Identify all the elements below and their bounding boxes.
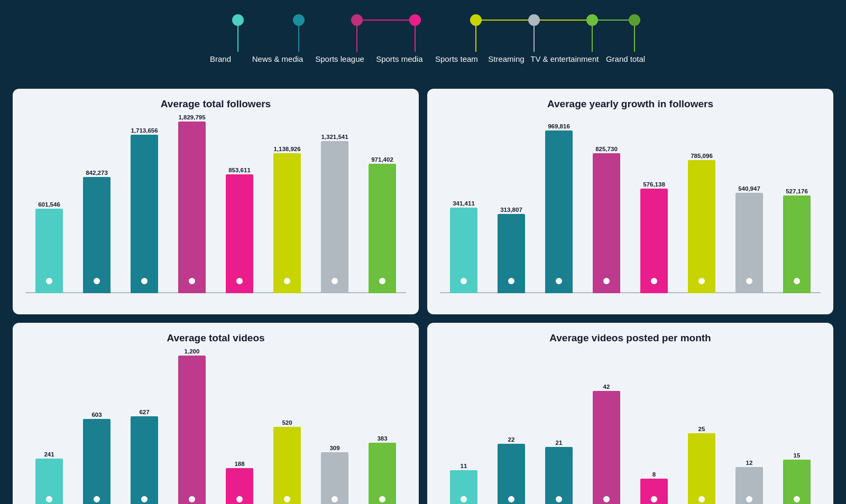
bar-league-a-per-month: 21	[545, 440, 573, 504]
bar-area-videos: 241 603 627 1,200 188	[25, 348, 406, 504]
legend-label-league: Sports league	[310, 54, 370, 63]
bar-brand-followers: 601,546	[35, 201, 63, 293]
dot-smedia	[409, 14, 421, 26]
bar-steam-growth: 785,096	[688, 153, 715, 293]
bar-grand-followers: 971,402	[369, 156, 396, 293]
dot-brand	[232, 14, 244, 26]
dot-league	[351, 14, 363, 26]
chart-avg-followers: Average total followers 601,546 842,273 …	[13, 89, 419, 314]
baseline-growth	[440, 292, 821, 293]
bar-league-b-videos: 1,200	[178, 348, 206, 504]
bar-brand-growth: 341,411	[450, 200, 477, 293]
chart-avg-per-month: Average videos posted per month 11 22 21…	[427, 323, 833, 504]
chart-title-avg-per-month: Average videos posted per month	[549, 332, 711, 344]
bar-grand-per-month: 15	[783, 452, 811, 504]
charts-grid: Average total followers 601,546 842,273 …	[0, 83, 846, 503]
chart-avg-videos: Average total videos 241 603 627 1,200	[13, 323, 419, 504]
legend-connector-svg	[196, 10, 650, 78]
chart-avg-growth: Average yearly growth in followers 341,4…	[427, 89, 833, 314]
bar-news-growth: 313,807	[498, 207, 525, 293]
bar-league-b-growth: 825,730	[593, 146, 620, 293]
bar-brand-videos: 241	[35, 451, 63, 504]
bar-steam-followers: 1,138,926	[273, 146, 301, 293]
legend-label-grand: Grand total	[601, 54, 650, 63]
bar-steam-per-month: 25	[688, 426, 715, 504]
baseline-followers	[25, 292, 406, 293]
bar-area-growth: 341,411 313,807 969,816 825,730 576,	[440, 114, 821, 309]
bar-news-per-month: 22	[498, 436, 525, 504]
bar-smedia-growth: 576,138	[640, 181, 668, 293]
bar-streaming-videos: 309	[321, 445, 348, 504]
bar-league-a-videos: 627	[131, 409, 158, 504]
legend-label-tv: TV & entertainment	[529, 54, 601, 63]
bar-news-videos: 603	[83, 412, 111, 504]
bar-streaming-growth: 540,947	[735, 185, 763, 293]
dot-grand	[629, 14, 640, 26]
dot-news	[293, 14, 305, 26]
bar-grand-growth: 527,176	[783, 188, 811, 293]
dot-tv	[586, 14, 598, 26]
bar-smedia-per-month: 8	[640, 471, 668, 504]
legend-area: Brand News & media Sports league Sports …	[0, 0, 846, 83]
dot-steam	[470, 14, 482, 26]
bar-grand-videos: 383	[369, 435, 396, 504]
bar-streaming-per-month: 12	[735, 460, 763, 504]
bar-league-a-growth: 969,816	[545, 123, 573, 293]
bar-smedia-videos: 188	[226, 461, 253, 504]
legend-label-streaming: Streaming	[484, 54, 529, 63]
bar-area-followers: 601,546 842,273 1,713,656 1,829,795	[25, 114, 406, 309]
legend-label-news: News & media	[245, 54, 310, 63]
legend-label-smedia: Sports media	[370, 54, 429, 63]
bar-steam-videos: 520	[273, 419, 301, 504]
bar-streaming-followers: 1,321,541	[321, 134, 348, 293]
chart-title-avg-followers: Average total followers	[161, 98, 271, 110]
legend-label-brand: Brand	[196, 54, 245, 63]
bar-league-a-followers: 1,713,656	[131, 127, 158, 293]
bar-brand-per-month: 11	[450, 463, 477, 504]
bar-area-per-month: 11 22 21 42 8	[440, 348, 821, 504]
chart-title-avg-growth: Average yearly growth in followers	[547, 98, 713, 110]
chart-title-avg-videos: Average total videos	[167, 332, 264, 344]
bar-league-b-followers: 1,829,795	[178, 114, 206, 293]
dot-streaming	[528, 14, 540, 26]
legend-label-steam: Sports team	[429, 54, 484, 63]
bar-league-b-per-month: 42	[593, 384, 620, 504]
bar-smedia-followers: 853,611	[226, 167, 253, 293]
bar-news-followers: 842,273	[83, 170, 111, 293]
